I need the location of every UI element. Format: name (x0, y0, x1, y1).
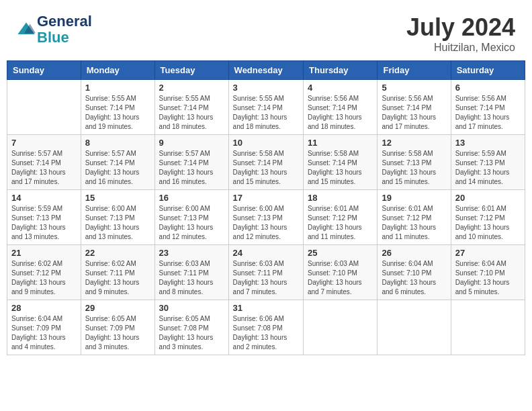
title-block: July 2024 Huitzilan, Mexico (406, 13, 515, 54)
day-info: Sunrise: 6:02 AMSunset: 7:11 PMDaylight:… (85, 259, 150, 297)
logo-icon (17, 20, 36, 39)
calendar-week-row: 1Sunrise: 5:55 AMSunset: 7:14 PMDaylight… (7, 80, 525, 135)
day-number: 3 (233, 83, 299, 93)
calendar-cell: 14Sunrise: 5:59 AMSunset: 7:13 PMDayligh… (7, 190, 81, 245)
calendar-cell: 10Sunrise: 5:58 AMSunset: 7:14 PMDayligh… (228, 135, 303, 190)
calendar-table: SundayMondayTuesdayWednesdayThursdayFrid… (7, 60, 525, 355)
calendar-cell: 1Sunrise: 5:55 AMSunset: 7:14 PMDaylight… (81, 80, 154, 135)
day-info: Sunrise: 6:00 AMSunset: 7:13 PMDaylight:… (233, 204, 299, 242)
day-number: 29 (85, 303, 150, 313)
logo: GeneralBlue (17, 13, 92, 46)
day-number: 24 (233, 248, 299, 258)
day-info: Sunrise: 6:03 AMSunset: 7:11 PMDaylight:… (159, 259, 224, 297)
calendar-cell: 20Sunrise: 6:01 AMSunset: 7:12 PMDayligh… (451, 190, 525, 245)
calendar-cell: 2Sunrise: 5:55 AMSunset: 7:14 PMDaylight… (154, 80, 228, 135)
calendar-cell: 26Sunrise: 6:04 AMSunset: 7:10 PMDayligh… (378, 245, 451, 300)
day-number: 12 (382, 138, 446, 148)
weekday-header: Monday (81, 61, 154, 80)
calendar-cell: 27Sunrise: 6:04 AMSunset: 7:10 PMDayligh… (451, 245, 525, 300)
day-info: Sunrise: 5:58 AMSunset: 7:14 PMDaylight:… (233, 149, 299, 187)
weekday-header: Sunday (7, 61, 81, 80)
calendar-week-row: 28Sunrise: 6:04 AMSunset: 7:09 PMDayligh… (7, 300, 525, 355)
calendar-cell (451, 300, 525, 355)
day-number: 25 (308, 248, 373, 258)
day-info: Sunrise: 6:01 AMSunset: 7:12 PMDaylight:… (455, 204, 521, 242)
day-number: 22 (85, 248, 150, 258)
calendar-cell: 25Sunrise: 6:03 AMSunset: 7:10 PMDayligh… (304, 245, 378, 300)
day-number: 26 (382, 248, 446, 258)
day-number: 27 (455, 248, 521, 258)
day-info: Sunrise: 6:02 AMSunset: 7:12 PMDaylight:… (11, 259, 77, 297)
calendar-week-row: 7Sunrise: 5:57 AMSunset: 7:14 PMDaylight… (7, 135, 525, 190)
day-number: 19 (382, 193, 446, 203)
day-number: 21 (11, 248, 77, 258)
calendar-cell: 13Sunrise: 5:59 AMSunset: 7:13 PMDayligh… (451, 135, 525, 190)
weekday-header: Wednesday (228, 61, 303, 80)
calendar-cell: 8Sunrise: 5:57 AMSunset: 7:14 PMDaylight… (81, 135, 154, 190)
day-number: 14 (11, 193, 77, 203)
day-info: Sunrise: 5:55 AMSunset: 7:14 PMDaylight:… (233, 94, 299, 132)
day-info: Sunrise: 6:01 AMSunset: 7:12 PMDaylight:… (382, 204, 446, 242)
calendar-cell (304, 300, 378, 355)
day-info: Sunrise: 5:55 AMSunset: 7:14 PMDaylight:… (159, 94, 224, 132)
day-number: 7 (11, 138, 77, 148)
day-number: 15 (85, 193, 150, 203)
calendar-cell: 23Sunrise: 6:03 AMSunset: 7:11 PMDayligh… (154, 245, 228, 300)
page-header: GeneralBlue July 2024 Huitzilan, Mexico (7, 7, 525, 57)
day-number: 17 (233, 193, 299, 203)
day-number: 28 (11, 303, 77, 313)
calendar-cell: 9Sunrise: 5:57 AMSunset: 7:14 PMDaylight… (154, 135, 228, 190)
day-number: 5 (382, 83, 446, 93)
day-info: Sunrise: 6:04 AMSunset: 7:10 PMDaylight:… (382, 259, 446, 297)
calendar-cell: 18Sunrise: 6:01 AMSunset: 7:12 PMDayligh… (304, 190, 378, 245)
day-info: Sunrise: 5:56 AMSunset: 7:14 PMDaylight:… (455, 94, 521, 132)
location-title: Huitzilan, Mexico (406, 42, 515, 54)
day-info: Sunrise: 5:58 AMSunset: 7:14 PMDaylight:… (308, 149, 373, 187)
calendar-cell: 30Sunrise: 6:05 AMSunset: 7:08 PMDayligh… (154, 300, 228, 355)
day-number: 2 (159, 83, 224, 93)
calendar-cell: 28Sunrise: 6:04 AMSunset: 7:09 PMDayligh… (7, 300, 81, 355)
day-info: Sunrise: 5:56 AMSunset: 7:14 PMDaylight:… (382, 94, 446, 132)
calendar-cell: 12Sunrise: 5:58 AMSunset: 7:13 PMDayligh… (378, 135, 451, 190)
calendar-cell: 21Sunrise: 6:02 AMSunset: 7:12 PMDayligh… (7, 245, 81, 300)
day-number: 10 (233, 138, 299, 148)
calendar-cell: 6Sunrise: 5:56 AMSunset: 7:14 PMDaylight… (451, 80, 525, 135)
day-info: Sunrise: 6:05 AMSunset: 7:08 PMDaylight:… (159, 314, 224, 352)
day-number: 23 (159, 248, 224, 258)
calendar-cell: 15Sunrise: 6:00 AMSunset: 7:13 PMDayligh… (81, 190, 154, 245)
day-info: Sunrise: 6:03 AMSunset: 7:10 PMDaylight:… (308, 259, 373, 297)
calendar-cell: 4Sunrise: 5:56 AMSunset: 7:14 PMDaylight… (304, 80, 378, 135)
calendar-cell: 29Sunrise: 6:05 AMSunset: 7:09 PMDayligh… (81, 300, 154, 355)
day-number: 16 (159, 193, 224, 203)
day-number: 11 (308, 138, 373, 148)
weekday-header: Saturday (451, 61, 525, 80)
day-number: 18 (308, 193, 373, 203)
calendar-cell (7, 80, 81, 135)
day-info: Sunrise: 6:06 AMSunset: 7:08 PMDaylight:… (233, 314, 299, 352)
calendar-cell: 16Sunrise: 6:00 AMSunset: 7:13 PMDayligh… (154, 190, 228, 245)
day-info: Sunrise: 5:57 AMSunset: 7:14 PMDaylight:… (85, 149, 150, 187)
day-number: 9 (159, 138, 224, 148)
weekday-header: Thursday (304, 61, 378, 80)
day-info: Sunrise: 6:05 AMSunset: 7:09 PMDaylight:… (85, 314, 150, 352)
day-info: Sunrise: 5:57 AMSunset: 7:14 PMDaylight:… (11, 149, 77, 187)
day-info: Sunrise: 6:03 AMSunset: 7:11 PMDaylight:… (233, 259, 299, 297)
calendar-cell: 19Sunrise: 6:01 AMSunset: 7:12 PMDayligh… (378, 190, 451, 245)
weekday-header: Tuesday (154, 61, 228, 80)
day-number: 4 (308, 83, 373, 93)
day-info: Sunrise: 5:59 AMSunset: 7:13 PMDaylight:… (455, 149, 521, 187)
day-info: Sunrise: 5:58 AMSunset: 7:13 PMDaylight:… (382, 149, 446, 187)
day-info: Sunrise: 6:01 AMSunset: 7:12 PMDaylight:… (308, 204, 373, 242)
day-number: 20 (455, 193, 521, 203)
weekday-header-row: SundayMondayTuesdayWednesdayThursdayFrid… (7, 61, 525, 80)
day-number: 8 (85, 138, 150, 148)
calendar-cell: 7Sunrise: 5:57 AMSunset: 7:14 PMDaylight… (7, 135, 81, 190)
calendar-cell: 22Sunrise: 6:02 AMSunset: 7:11 PMDayligh… (81, 245, 154, 300)
month-title: July 2024 (406, 13, 515, 42)
calendar-cell: 5Sunrise: 5:56 AMSunset: 7:14 PMDaylight… (378, 80, 451, 135)
day-info: Sunrise: 5:59 AMSunset: 7:13 PMDaylight:… (11, 204, 77, 242)
calendar-cell: 24Sunrise: 6:03 AMSunset: 7:11 PMDayligh… (228, 245, 303, 300)
calendar-cell: 17Sunrise: 6:00 AMSunset: 7:13 PMDayligh… (228, 190, 303, 245)
day-info: Sunrise: 6:00 AMSunset: 7:13 PMDaylight:… (159, 204, 224, 242)
day-number: 6 (455, 83, 521, 93)
